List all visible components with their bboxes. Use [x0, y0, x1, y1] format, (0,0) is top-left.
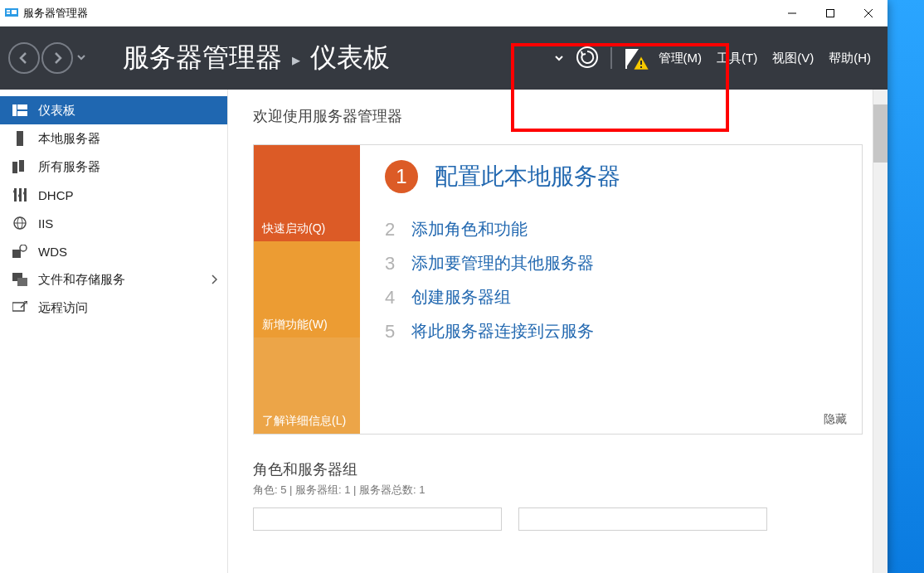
svg-rect-16: [12, 162, 17, 173]
step-label: 添加要管理的其他服务器: [411, 252, 594, 274]
sidebar-label: IIS: [38, 216, 53, 231]
svg-rect-12: [12, 104, 17, 116]
step-configure-local[interactable]: 1 配置此本地服务器: [385, 160, 837, 193]
sidebar-label: DHCP: [38, 188, 74, 202]
svg-rect-20: [24, 188, 27, 202]
svg-point-28: [20, 245, 27, 251]
svg-rect-27: [12, 250, 21, 258]
svg-point-21: [13, 190, 17, 193]
sidebar-label: 所有服务器: [38, 159, 100, 175]
breadcrumb-current: 仪表板: [310, 40, 390, 76]
scrollbar-thumb[interactable]: [873, 104, 888, 163]
notifications-button[interactable]: [624, 47, 644, 69]
svg-rect-15: [17, 131, 23, 146]
tile-whats-new[interactable]: 新增功能(W): [254, 241, 360, 337]
svg-rect-11: [640, 66, 642, 68]
groups-subtitle: 角色: 5 | 服务器组: 1 | 服务器总数: 1: [253, 483, 863, 498]
sidebar-label: 本地服务器: [38, 131, 100, 147]
dhcp-icon: [12, 188, 28, 202]
step-number: 2: [385, 219, 395, 240]
sidebar-item-dhcp[interactable]: DHCP: [0, 181, 227, 209]
breadcrumb-root[interactable]: 服务器管理器: [123, 40, 282, 76]
svg-point-23: [23, 192, 27, 195]
menu-manage[interactable]: 管理(M): [659, 51, 703, 66]
dashboard-icon: [12, 104, 28, 116]
sidebar-label: WDS: [38, 245, 67, 259]
sidebar-item-file-storage[interactable]: 文件和存储服务: [0, 265, 227, 294]
groups-title: 角色和服务器组: [253, 459, 863, 479]
svg-rect-5: [827, 9, 834, 17]
app-icon: [5, 7, 18, 20]
welcome-title: 欢迎使用服务器管理器: [253, 106, 863, 126]
scrollbar[interactable]: [873, 90, 888, 573]
step-number: 5: [385, 321, 395, 342]
storage-icon: [12, 273, 28, 286]
sidebar-item-local-server[interactable]: 本地服务器: [0, 124, 227, 153]
group-card[interactable]: [253, 507, 502, 531]
wds-icon: [12, 245, 28, 258]
tile-quick-start[interactable]: 快速启动(Q): [254, 145, 360, 241]
step-label: 配置此本地服务器: [435, 161, 620, 192]
svg-rect-30: [17, 278, 27, 286]
menu-view[interactable]: 视图(V): [772, 51, 814, 66]
sidebar-label: 远程访问: [38, 300, 88, 316]
svg-rect-13: [17, 104, 27, 109]
server-manager-window: 服务器管理器: [0, 0, 888, 573]
step-number: 1: [385, 160, 418, 193]
tile-learn-more[interactable]: 了解详细信息(L): [254, 337, 360, 434]
refresh-button[interactable]: [576, 46, 599, 71]
roles-groups-section: 角色和服务器组 角色: 5 | 服务器组: 1 | 服务器总数: 1: [253, 459, 863, 531]
menu-tools[interactable]: 工具(T): [717, 51, 757, 66]
hide-link[interactable]: 隐藏: [824, 412, 847, 427]
nav-back-button[interactable]: [8, 42, 40, 74]
menu-help[interactable]: 帮助(H): [829, 51, 871, 66]
sidebar-item-wds[interactable]: WDS: [0, 237, 227, 265]
nav-history-dropdown[interactable]: [76, 51, 86, 66]
sidebar-item-iis[interactable]: IIS: [0, 209, 227, 237]
step-cloud[interactable]: 5 将此服务器连接到云服务: [385, 320, 837, 342]
ribbon-dropdown-icon[interactable]: [554, 51, 564, 66]
nav-forward-button[interactable]: [41, 42, 73, 74]
group-card[interactable]: [518, 507, 767, 531]
titlebar: 服务器管理器: [0, 0, 888, 27]
ribbon-header: 服务器管理器 ▸ 仪表板: [0, 27, 888, 90]
breadcrumb: 服务器管理器 ▸ 仪表板: [123, 40, 390, 76]
svg-rect-10: [640, 61, 642, 65]
iis-icon: [12, 216, 28, 230]
separator: [610, 47, 612, 69]
sidebar-label: 文件和存储服务: [38, 272, 125, 288]
step-number: 4: [385, 287, 395, 308]
sidebar-item-remote-access[interactable]: 远程访问: [0, 294, 227, 322]
close-button[interactable]: [849, 0, 888, 27]
svg-point-8: [577, 47, 597, 67]
minimize-button[interactable]: [773, 0, 811, 27]
sidebar-item-all-servers[interactable]: 所有服务器: [0, 153, 227, 181]
step-add-servers[interactable]: 3 添加要管理的其他服务器: [385, 252, 837, 274]
step-label: 创建服务器组: [411, 286, 511, 308]
sidebar: 仪表板 本地服务器 所有服务器 DHCP IIS: [0, 90, 228, 573]
svg-rect-1: [7, 10, 10, 12]
chevron-right-icon: ▸: [292, 50, 300, 70]
svg-rect-17: [19, 160, 24, 172]
servers-icon: [12, 160, 28, 173]
quick-start-panel: 快速启动(Q) 新增功能(W) 了解详细信息(L) 1 配置此本地服务器 2 添…: [253, 144, 863, 435]
window-title: 服务器管理器: [23, 6, 88, 21]
warning-icon: [634, 56, 649, 72]
svg-rect-14: [17, 111, 27, 116]
step-add-roles[interactable]: 2 添加角色和功能: [385, 218, 837, 240]
svg-rect-2: [7, 12, 10, 14]
step-label: 将此服务器连接到云服务: [411, 320, 594, 342]
sidebar-item-dashboard[interactable]: 仪表板: [0, 96, 227, 124]
svg-point-22: [18, 194, 22, 197]
svg-rect-3: [12, 10, 17, 14]
step-create-group[interactable]: 4 创建服务器组: [385, 286, 837, 308]
chevron-right-icon: [211, 273, 217, 287]
step-label: 添加角色和功能: [411, 218, 528, 240]
main-content: 欢迎使用服务器管理器 快速启动(Q) 新增功能(W) 了解详细信息(L) 1 配…: [228, 90, 888, 573]
svg-rect-9: [625, 49, 627, 69]
maximize-button[interactable]: [811, 0, 849, 27]
remote-icon: [12, 301, 28, 314]
sidebar-label: 仪表板: [38, 103, 75, 119]
step-number: 3: [385, 253, 395, 274]
server-icon: [12, 131, 28, 146]
